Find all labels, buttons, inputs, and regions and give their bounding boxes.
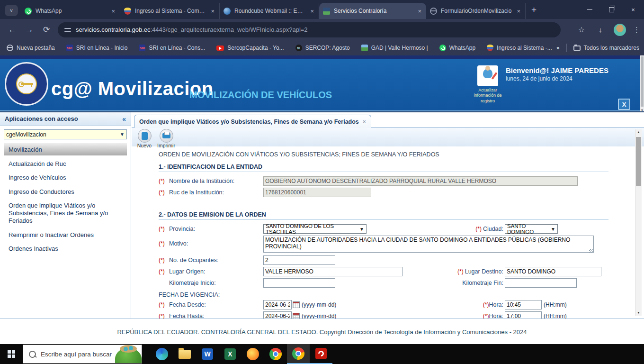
site-info-icon[interactable]	[64, 27, 71, 32]
app-close-button[interactable]: X	[618, 99, 630, 110]
hora-desde-label: (*)Hora:	[447, 301, 503, 308]
scroll-up-arrow[interactable]: ▲	[635, 129, 642, 135]
tab-search-button[interactable]: ˅	[5, 5, 18, 16]
document-tab-orden-viaticos[interactable]: Orden que implique Viáticos y/o Subsiste…	[134, 115, 371, 128]
close-window-button[interactable]: ×	[622, 0, 644, 19]
sidebar-item-reimprimir-inactivar[interactable]: Reimprimir o Inactivar Ordenes	[9, 231, 122, 239]
new-tab-button[interactable]: +	[531, 5, 537, 15]
roundcube-favicon	[224, 8, 231, 15]
address-bar[interactable]: servicios.contraloria.gob.ec:4443/cge_ar…	[58, 22, 561, 37]
lugar-origen-input[interactable]	[263, 267, 402, 276]
print-button[interactable]: Imprimir	[156, 129, 176, 148]
bookmark-sri-inicio[interactable]: SRiSRI en Línea - Inicio	[66, 45, 128, 51]
browser-tab-servicios-contraloria[interactable]: Servicios Contraloría ×	[319, 3, 426, 19]
fecha-desde-input[interactable]	[263, 300, 292, 309]
firefox-icon	[247, 348, 259, 360]
windows-search-box[interactable]: Escribe aquí para buscar	[23, 345, 142, 364]
word-taskbar-button[interactable]: W	[196, 344, 219, 364]
browser-tab-roundcube[interactable]: Roundcube Webmail :: Entra ×	[220, 3, 319, 19]
sidebar-item-orden-viaticos[interactable]: Orden que implique Viáticos y/o Subsiste…	[9, 202, 122, 225]
excel-taskbar-button[interactable]: X	[219, 344, 242, 364]
required-mark: (*)	[159, 189, 169, 196]
chrome-icon	[269, 348, 282, 360]
sidebar-group-movilizacion[interactable]: Movilización	[4, 143, 127, 155]
divider	[566, 44, 567, 52]
search-highlight-plant	[112, 344, 144, 363]
sidebar-item-ingreso-conductores[interactable]: Ingreso de Conductores	[9, 188, 122, 196]
sidebar-item-ordenes-inactivas[interactable]: Ordenes Inactivas	[9, 245, 122, 253]
application-select[interactable]: cgeMovilizacion ▼	[4, 129, 127, 139]
scrollbar-thumb[interactable]	[636, 137, 641, 186]
sidebar-item-actualizacion-ruc[interactable]: Actualización de Ruc	[9, 160, 122, 168]
globe-icon	[7, 45, 13, 51]
tab-close-icon[interactable]: ×	[417, 8, 422, 15]
provincia-select[interactable]: SANTO DOMINGO DE LOS TSACHILAS ▼	[263, 224, 367, 234]
bookmark-sri-consultas[interactable]: SRiSRI en Línea - Cons...	[139, 45, 205, 51]
bookmark-sercopcapacita[interactable]: SercopCapacita - Yo...	[216, 45, 284, 51]
chrome-taskbar-button[interactable]	[264, 344, 287, 364]
sidebar-title: Aplicaciones con acceso	[5, 115, 78, 122]
key-icon	[21, 83, 33, 85]
file-explorer-taskbar-button[interactable]	[173, 344, 196, 364]
fecha-desde-label: Fecha Desde:	[169, 301, 263, 308]
browser-tab-formulario-orden[interactable]: FormularioOrdenMovilizacio ×	[426, 3, 526, 19]
edge-taskbar-button[interactable]	[151, 344, 173, 364]
bookmark-sercop-agosto[interactable]: fnSERCOP: Agosto	[295, 45, 350, 51]
sri-favicon: SRi	[66, 45, 73, 51]
bookmark-gad-valle-hermoso[interactable]: GAD | Valle Hermoso |	[361, 45, 428, 51]
form-row-motivo: (*) Motivo: MOVILIZACIÓN DE AUTORIDADES …	[159, 236, 634, 255]
kilometraje-inicio-input[interactable]	[263, 278, 335, 288]
sidebar-item-ingreso-vehiculos[interactable]: Ingreso de Vehículos	[9, 174, 122, 182]
profile-avatar[interactable]	[614, 24, 626, 36]
lugar-destino-input[interactable]	[505, 267, 601, 276]
header-top-stripe	[0, 55, 644, 59]
chrome-active-taskbar-button[interactable]	[287, 344, 310, 364]
browser-tab-ingreso-sistema[interactable]: Ingreso al Sistema - Compra ×	[120, 3, 220, 19]
restore-button[interactable]	[600, 0, 622, 19]
resize-handle[interactable]	[589, 249, 593, 253]
browser-toolbar-right: ☆ ↓ ⋮	[572, 19, 644, 40]
tab-close-icon[interactable]: ×	[210, 8, 215, 15]
minimize-button[interactable]	[579, 0, 600, 19]
start-button[interactable]	[0, 344, 23, 364]
downloads-button[interactable]: ↓	[591, 26, 610, 34]
bookmark-star-icon[interactable]: ☆	[572, 25, 591, 34]
collapse-icon[interactable]: «	[122, 115, 126, 123]
bookmark-nueva-pestana[interactable]: Nueva pestaña	[7, 45, 55, 51]
browser-tab-whatsapp[interactable]: WhatsApp ×	[21, 3, 120, 19]
motivo-label: Motivo:	[169, 240, 263, 247]
all-bookmarks-button[interactable]: Todos los marcadores	[573, 45, 639, 51]
tab-close-icon[interactable]: ×	[110, 8, 116, 15]
tab-close-icon[interactable]: ×	[309, 8, 315, 15]
browser-menu-icon[interactable]: ⋮	[630, 26, 644, 34]
motivo-textarea[interactable]: MOVILIZACIÓN DE AUTORIDADES HACIA LA CIU…	[263, 236, 594, 253]
content-scrollbar[interactable]: ▲ ▼	[635, 129, 642, 316]
sidebar-header: Aplicaciones con acceso «	[0, 112, 131, 126]
bookmarks-overflow-button[interactable]: »	[556, 45, 560, 51]
scroll-down-arrow[interactable]: ▼	[635, 310, 642, 316]
reload-button[interactable]: ⟳	[38, 25, 55, 35]
windows-logo-icon	[8, 350, 15, 358]
calendar-icon[interactable]	[293, 301, 300, 308]
bookmark-ingreso-sistema[interactable]: Ingreso al Sistema -...	[487, 45, 552, 51]
welcome-message: Bienvenid@! JAIME PAREDES	[506, 66, 608, 74]
new-document-icon	[142, 132, 148, 140]
tab-close-icon[interactable]: ×	[516, 8, 521, 15]
sercop-favicon: fn	[295, 45, 302, 51]
back-button[interactable]: ←	[4, 25, 21, 35]
required-mark: (*)	[457, 268, 464, 275]
bookmark-whatsapp[interactable]: WhatsApp	[439, 45, 475, 51]
update-profile-button[interactable]	[477, 65, 498, 86]
tab-close-icon[interactable]: ×	[363, 118, 366, 125]
ciudad-select[interactable]: SANTO DOMINGO ▼	[505, 224, 558, 234]
scrollbar-thumb[interactable]	[641, 56, 644, 107]
new-button[interactable]: Nuevo	[134, 129, 154, 148]
contraloria-favicon	[323, 8, 330, 15]
hora-desde-input[interactable]	[505, 300, 542, 309]
firefox-taskbar-button[interactable]	[242, 344, 264, 364]
screen: ˅ WhatsApp × Ingreso al Sistema - Compra…	[0, 0, 644, 364]
acrobat-taskbar-button[interactable]	[310, 344, 332, 364]
kilometraje-fin-input[interactable]	[505, 278, 577, 288]
ocupantes-input[interactable]	[263, 255, 335, 265]
forward-button[interactable]: →	[21, 25, 38, 35]
